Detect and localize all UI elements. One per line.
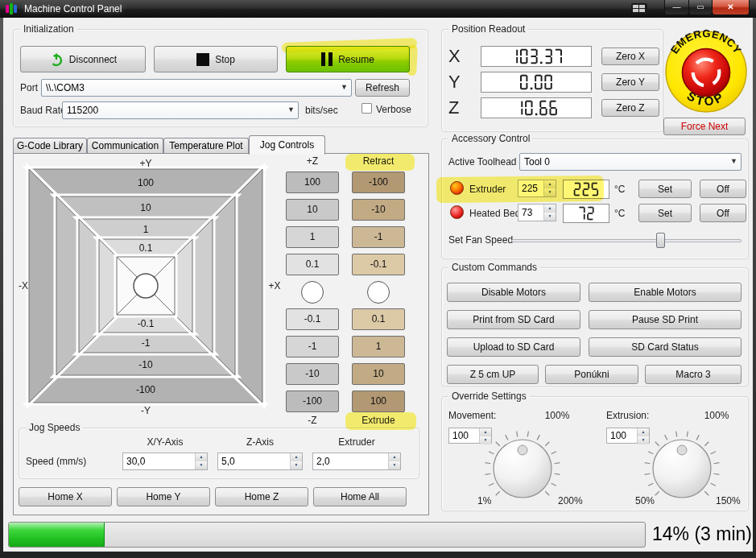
jog-center-button[interactable] — [134, 274, 158, 298]
resume-button[interactable]: Resume — [286, 46, 410, 72]
dropdown-arrow-icon: ▼ — [287, 105, 295, 114]
macro-2-button[interactable]: Ponúkni — [545, 365, 638, 384]
jog-extrude-10[interactable]: 10 — [352, 363, 405, 385]
port-select[interactable]: \\.\COM3▼ — [41, 79, 352, 97]
disconnect-button[interactable]: Disconnect — [20, 46, 146, 72]
jog-z-center[interactable] — [301, 281, 324, 304]
extruder-set-button[interactable]: Set — [638, 180, 692, 198]
extrude-label: Extrude — [352, 415, 405, 426]
disconnect-label: Disconnect — [69, 54, 117, 65]
accessory-control-label: Accessory Control — [448, 133, 533, 144]
macro-1-button[interactable]: Z 5 cm UP — [447, 365, 539, 384]
minimize-button[interactable]: — — [664, 0, 689, 15]
extruder-off-button[interactable]: Off — [700, 180, 746, 198]
jog-z-minus-1[interactable]: -1 — [286, 336, 339, 358]
jog-z-plus-01[interactable]: 0.1 — [286, 254, 339, 275]
jog-controls-panel: +Y -Y -X +X 100 10 1 0.1 -0.1 -1 -10 -10… — [13, 153, 429, 515]
zero-z-button[interactable]: Zero Z — [601, 99, 659, 117]
svg-text:100: 100 — [138, 177, 154, 188]
home-z-button[interactable]: Home Z — [215, 487, 308, 506]
extruder-label: Extruder — [469, 184, 506, 195]
stop-button[interactable]: Stop — [154, 46, 278, 72]
tab-label: Temperature Plot — [169, 140, 242, 151]
tab-temperature-plot[interactable]: Temperature Plot — [163, 138, 249, 154]
upload-sd-button[interactable]: Upload to SD Card — [447, 337, 580, 357]
speed-row-label: Speed (mm/s) — [26, 456, 86, 467]
tab-gcode-library[interactable]: G-Code Library — [13, 138, 87, 154]
extruder-speed-spinner[interactable]: 2,0▲▼ — [312, 453, 401, 470]
movement-knob[interactable] — [482, 426, 563, 506]
resume-label: Resume — [338, 54, 374, 65]
jog-x-minus-ring1[interactable] — [56, 196, 79, 375]
sd-status-button[interactable]: SD Card Status — [589, 337, 742, 357]
toolhead-select[interactable]: Tool 0▼ — [519, 153, 742, 171]
home-y-button[interactable]: Home Y — [117, 487, 210, 506]
extrusion-top-label: 100% — [672, 410, 756, 421]
initialization-group: Initialization Disconnect Stop Resume Po… — [13, 29, 428, 127]
custom-commands-label: Custom Commands — [448, 262, 540, 273]
extrusion-knob[interactable] — [642, 426, 722, 506]
column-header-xy: X/Y-Axis — [122, 436, 208, 448]
maximize-button[interactable]: ▭ — [689, 0, 713, 15]
tab-communication[interactable]: Communication — [87, 138, 163, 154]
jog-extrude-100[interactable]: 100 — [352, 391, 405, 412]
stop-label: Stop — [215, 54, 235, 65]
extruder-setpoint-spinner[interactable]: 225▲▼ — [518, 180, 556, 197]
progress-fill — [9, 523, 105, 547]
bed-setpoint-spinner[interactable]: 73▲▼ — [518, 204, 556, 221]
fan-speed-slider[interactable] — [511, 239, 742, 242]
baud-rate-select[interactable]: 115200▼ — [62, 101, 299, 119]
tab-label: Communication — [92, 140, 159, 151]
fan-slider-handle[interactable] — [656, 233, 665, 248]
jog-x-plus-ring0[interactable] — [235, 169, 262, 403]
jog-z-plus-100[interactable]: 100 — [286, 172, 339, 193]
emergency-stop-button[interactable]: EMERGENCY STOP — [663, 29, 749, 114]
close-button[interactable]: ✕ — [713, 0, 750, 15]
jog-extrude-01[interactable]: 0.1 — [352, 308, 405, 330]
jog-extruder-center[interactable] — [367, 281, 390, 304]
extrusion-max-label: 150% — [716, 495, 741, 506]
pause-sd-button[interactable]: Pause SD Print — [589, 310, 742, 329]
z-speed-spinner[interactable]: 5,0▲▼ — [217, 453, 303, 470]
layout-grid-icon[interactable] — [631, 3, 647, 14]
jog-z-minus-01[interactable]: -0.1 — [286, 308, 339, 330]
retract-label: Retract — [352, 155, 405, 167]
jog-extrude-1[interactable]: 1 — [352, 336, 405, 358]
jog-retract-1[interactable]: -1 — [352, 226, 405, 248]
initialization-group-label: Initialization — [20, 23, 77, 35]
disable-motors-button[interactable]: Disable Motors — [447, 283, 580, 302]
home-x-button[interactable]: Home X — [19, 487, 112, 506]
refresh-button[interactable]: Refresh — [355, 79, 410, 97]
verbose-checkbox[interactable] — [361, 103, 372, 114]
jog-retract-10[interactable]: -10 — [352, 199, 405, 221]
tab-jog-controls[interactable]: Jog Controls — [249, 135, 325, 155]
enable-motors-button[interactable]: Enable Motors — [589, 283, 742, 302]
app-icon — [6, 3, 19, 14]
pause-icon — [321, 52, 333, 66]
jog-pad[interactable]: +Y -Y -X +X 100 10 1 0.1 -0.1 -1 -10 -10… — [17, 157, 283, 416]
jog-x-plus-ring1[interactable] — [213, 196, 235, 375]
jog-retract-100[interactable]: -100 — [352, 172, 405, 193]
jog-z-plus-1[interactable]: 1 — [286, 226, 339, 248]
jog-x-minus-ring0[interactable] — [29, 169, 56, 403]
print-sd-button[interactable]: Print from SD Card — [447, 310, 580, 329]
bed-off-button[interactable]: Off — [700, 204, 746, 222]
z-position-display — [481, 97, 592, 118]
svg-text:-1: -1 — [142, 337, 151, 349]
z-minus-label: -Z — [286, 415, 339, 426]
force-next-button[interactable]: Force Next — [663, 118, 746, 135]
position-readout-label: Position Readout — [448, 23, 528, 35]
dropdown-arrow-icon: ▼ — [730, 157, 737, 165]
xy-speed-spinner[interactable]: 30,0▲▼ — [122, 453, 208, 470]
zero-x-button[interactable]: Zero X — [601, 48, 659, 65]
jog-z-minus-10[interactable]: -10 — [286, 363, 339, 385]
macro-3-button[interactable]: Macro 3 — [645, 365, 742, 384]
title-bar[interactable]: Machine Control Panel — ▭ ✕ — [0, 0, 756, 18]
jog-z-plus-10[interactable]: 10 — [286, 199, 339, 221]
home-all-button[interactable]: Home All — [313, 487, 407, 506]
zero-y-button[interactable]: Zero Y — [601, 73, 659, 91]
jog-z-minus-100[interactable]: -100 — [286, 391, 339, 412]
jog-retract-01[interactable]: -0.1 — [352, 254, 405, 275]
svg-text:1: 1 — [143, 224, 149, 235]
bed-set-button[interactable]: Set — [638, 204, 692, 222]
